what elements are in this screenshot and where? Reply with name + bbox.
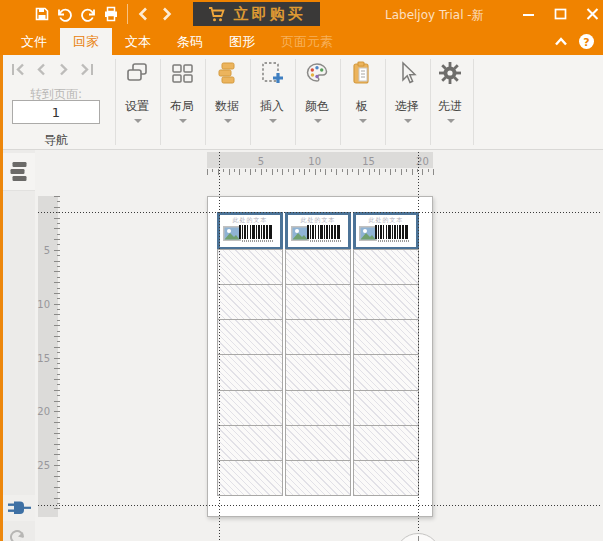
redo-icon[interactable] bbox=[80, 6, 96, 22]
label-cell-empty[interactable] bbox=[285, 249, 351, 285]
label-cell-empty[interactable] bbox=[217, 319, 283, 355]
guide-handle[interactable] bbox=[395, 533, 441, 541]
cart-icon bbox=[208, 6, 226, 23]
close-icon[interactable] bbox=[585, 7, 600, 21]
insert-icon bbox=[259, 60, 285, 86]
ruler-number: 5 bbox=[44, 244, 50, 255]
label-cell-empty[interactable] bbox=[353, 460, 419, 496]
window-edge-accent bbox=[0, 55, 3, 541]
ribbon-tab-bar: 文件 回家 文本 条码 图形 页面元素 ? bbox=[0, 28, 603, 55]
dropdown-caret[interactable] bbox=[269, 119, 277, 123]
settings-button[interactable]: 设置 bbox=[115, 55, 159, 147]
dropdown-caret[interactable] bbox=[179, 119, 187, 123]
tab-home[interactable]: 回家 bbox=[60, 28, 112, 55]
ruler-number: 25 bbox=[37, 460, 50, 471]
maximize-icon[interactable] bbox=[553, 7, 568, 21]
layout-icon bbox=[169, 60, 195, 86]
tab-page-elements: 页面元素 bbox=[268, 28, 346, 55]
design-canvas[interactable]: 5101520 510152025 此处的文本此处的文本此处的文本 bbox=[35, 150, 603, 541]
forward-icon[interactable] bbox=[158, 6, 174, 22]
label-cell-empty[interactable] bbox=[217, 425, 283, 461]
dropdown-caret[interactable] bbox=[134, 119, 142, 123]
margin-guide-top[interactable] bbox=[38, 212, 600, 213]
label-cell-empty[interactable] bbox=[217, 390, 283, 426]
first-page-icon[interactable] bbox=[10, 62, 27, 77]
label-cell-filled[interactable]: 此处的文本 bbox=[217, 212, 283, 250]
label-cell-empty[interactable] bbox=[353, 284, 419, 320]
label-cell-empty[interactable] bbox=[217, 460, 283, 496]
dropdown-caret[interactable] bbox=[404, 119, 412, 123]
label-cell-empty[interactable] bbox=[285, 425, 351, 461]
label-cell-empty[interactable] bbox=[353, 354, 419, 390]
previous-page-icon[interactable] bbox=[34, 62, 49, 77]
dropdown-caret[interactable] bbox=[359, 119, 367, 123]
label-cell-filled[interactable]: 此处的文本 bbox=[285, 212, 351, 250]
print-icon[interactable] bbox=[103, 6, 119, 22]
help-icon[interactable]: ? bbox=[578, 33, 595, 50]
minimize-icon[interactable] bbox=[521, 7, 536, 21]
label-cell-empty[interactable] bbox=[285, 390, 351, 426]
last-page-icon[interactable] bbox=[78, 62, 95, 77]
settings-icon bbox=[124, 60, 150, 86]
connect-button[interactable] bbox=[3, 495, 35, 521]
insert-button[interactable]: 插入 bbox=[250, 55, 294, 147]
label-cell-empty[interactable] bbox=[353, 319, 419, 355]
colors-button[interactable]: 颜色 bbox=[295, 55, 339, 147]
ruler-horizontal-ticks bbox=[207, 169, 437, 177]
select-button[interactable]: 选择 bbox=[385, 55, 429, 147]
ruler-number: 10 bbox=[37, 298, 50, 309]
label-placeholder-text: 此处的文本 bbox=[356, 216, 416, 225]
label-cell-empty[interactable] bbox=[285, 460, 351, 496]
collapse-ribbon-icon[interactable] bbox=[554, 36, 568, 47]
tab-file[interactable]: 文件 bbox=[8, 28, 60, 55]
margin-guide-bottom[interactable] bbox=[38, 505, 600, 506]
refresh-icon[interactable] bbox=[8, 528, 26, 541]
label-cell-filled[interactable]: 此处的文本 bbox=[353, 212, 419, 250]
clipboard-button[interactable]: 板 bbox=[340, 55, 384, 147]
svg-text:?: ? bbox=[583, 36, 589, 49]
label-cell-empty[interactable] bbox=[285, 284, 351, 320]
undo-icon[interactable] bbox=[57, 6, 73, 22]
save-icon[interactable] bbox=[34, 6, 50, 22]
advanced-button[interactable]: 先进 bbox=[428, 55, 472, 147]
back-icon[interactable] bbox=[136, 6, 152, 22]
dropdown-caret[interactable] bbox=[447, 119, 455, 123]
ruler-horizontal: 5101520 bbox=[207, 152, 433, 168]
margin-guide-right[interactable] bbox=[418, 152, 419, 541]
layout-button[interactable]: 布局 bbox=[160, 55, 204, 147]
plug-icon bbox=[8, 500, 31, 516]
label-cell-empty[interactable] bbox=[217, 284, 283, 320]
select-icon bbox=[394, 60, 420, 86]
dropdown-caret[interactable] bbox=[224, 119, 232, 123]
barcode bbox=[307, 225, 344, 244]
buy-now-label: 立即购买 bbox=[234, 5, 306, 24]
ruler-number: 15 bbox=[37, 352, 50, 363]
dropdown-caret[interactable] bbox=[314, 119, 322, 123]
label-cell-empty[interactable] bbox=[285, 354, 351, 390]
label-cell-empty[interactable] bbox=[353, 390, 419, 426]
colors-icon bbox=[304, 60, 330, 86]
label-cell-empty[interactable] bbox=[285, 319, 351, 355]
tab-text[interactable]: 文本 bbox=[112, 28, 164, 55]
tab-graphics[interactable]: 图形 bbox=[216, 28, 268, 55]
buy-now-button[interactable]: 立即购买 bbox=[193, 2, 320, 26]
ruler-number: 10 bbox=[308, 156, 321, 167]
ruler-number: 15 bbox=[362, 156, 375, 167]
data-source-button[interactable] bbox=[3, 153, 35, 191]
data-button[interactable]: 数据 bbox=[205, 55, 249, 147]
title-bar: 立即购买 Labeljoy Trial -新 bbox=[0, 0, 603, 28]
label-cell-empty[interactable] bbox=[217, 354, 283, 390]
label-cell-empty[interactable] bbox=[217, 249, 283, 285]
next-page-icon[interactable] bbox=[56, 62, 71, 77]
ruler-vertical: 510152025 bbox=[38, 196, 58, 517]
page-number-input[interactable] bbox=[12, 100, 100, 124]
margin-guide-left[interactable] bbox=[219, 152, 220, 541]
label-sheet-page[interactable]: 此处的文本此处的文本此处的文本 bbox=[207, 196, 433, 517]
ruler-number: 5 bbox=[258, 156, 264, 167]
label-placeholder-text: 此处的文本 bbox=[220, 216, 280, 225]
ruler-number: 20 bbox=[37, 406, 50, 417]
label-cell-empty[interactable] bbox=[353, 425, 419, 461]
label-cell-empty[interactable] bbox=[353, 249, 419, 285]
clipboard-icon bbox=[349, 60, 375, 86]
tab-barcode[interactable]: 条码 bbox=[164, 28, 216, 55]
